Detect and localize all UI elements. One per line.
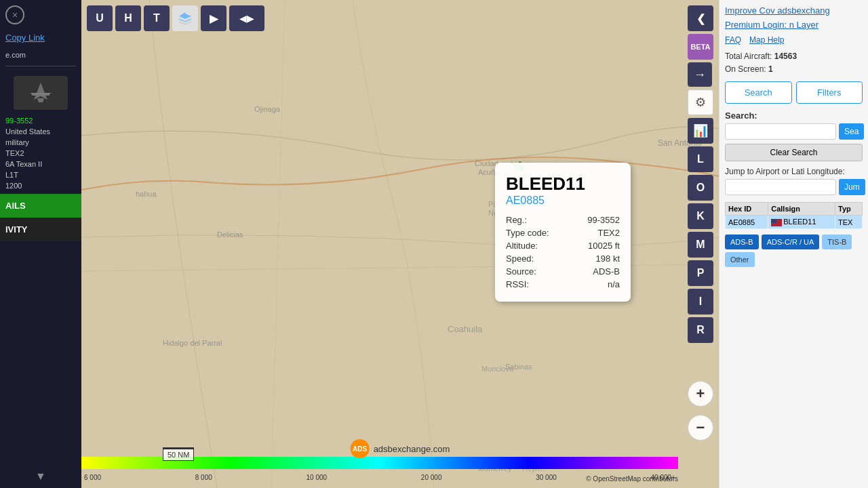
row-type: TEX <box>835 216 863 229</box>
search-button[interactable]: Search <box>725 81 792 104</box>
beta-button[interactable]: BETA <box>688 34 713 60</box>
svg-text:Ojinaga: Ojinaga <box>254 105 281 113</box>
o-button[interactable]: O <box>688 175 713 201</box>
svg-text:hahua: hahua <box>136 190 157 198</box>
aircraft-category: military <box>0 137 81 148</box>
scroll-down-arrow: ▼ <box>0 465 81 488</box>
search-input[interactable] <box>725 123 836 140</box>
divider <box>5 66 76 66</box>
aircraft-thumbnail <box>14 76 68 110</box>
color-label-5: 30 000 <box>536 474 557 481</box>
filters-button[interactable]: Filters <box>796 81 863 104</box>
clear-search-button[interactable]: Clear Search <box>725 144 863 161</box>
on-screen-value: 1 <box>768 64 773 74</box>
color-label-1: 6 000 <box>84 474 101 481</box>
login-button[interactable]: → <box>688 62 712 87</box>
rssi-label: RSSI: <box>506 278 571 291</box>
detail-section: AILS IVITY <box>0 194 81 241</box>
jump-row: Jum <box>725 179 863 195</box>
row-hex: AE0885 <box>726 216 768 229</box>
premium-login-link[interactable]: Premium Login: n Layer <box>725 20 863 30</box>
site-url: e.com <box>0 48 81 62</box>
zoom-out-button[interactable]: − <box>688 415 713 441</box>
t-button[interactable]: T <box>144 5 170 31</box>
alt-label: Altitude: <box>506 239 571 252</box>
top-buttons-bar: U H T ▶ ◀▶ <box>87 5 264 31</box>
aircraft-popup: BLEED11 AE0885 Reg.: 99-3552 Type code: … <box>495 163 631 302</box>
jump-button[interactable]: Jum <box>839 179 865 195</box>
forward-arrow-button[interactable]: ▶ <box>201 5 226 31</box>
h-button[interactable]: H <box>115 5 141 31</box>
help-links: FAQ Map Help <box>725 35 863 45</box>
zoom-in-button[interactable]: + <box>688 381 713 407</box>
aircraft-altitude: 1200 <box>0 180 81 191</box>
map-scale: 50 NM <box>163 447 194 461</box>
reg-label: Reg.: <box>506 214 571 226</box>
close-button[interactable]: × <box>5 5 24 24</box>
aircraft-layer: L1T <box>0 169 81 180</box>
adsb-logo-text: adsbexchange.com <box>374 444 450 454</box>
popup-info-table: Reg.: 99-3552 Type code: TEX2 Altitude: … <box>506 214 620 291</box>
adsc-source-button[interactable]: ADS-C/R / UA <box>762 235 820 249</box>
action-buttons: Search Filters <box>725 81 863 104</box>
color-label-3: 10 000 <box>307 474 328 481</box>
u-button[interactable]: U <box>87 5 113 31</box>
double-arrow-button[interactable]: ◀▶ <box>229 5 264 31</box>
activity-button[interactable]: IVITY <box>0 218 81 241</box>
l-button[interactable]: L <box>688 146 713 172</box>
aircraft-table: Hex ID Callsign Typ AE0885 BLEED11 TEX <box>725 202 863 229</box>
map-area[interactable]: hahua Delicias Hidalgo del Parral Ojinag… <box>81 0 719 488</box>
map-help-link[interactable]: Map Help <box>749 35 784 45</box>
jump-input[interactable] <box>725 179 836 195</box>
improve-coverage-link[interactable]: Improve Cov adsbexchang <box>725 5 863 17</box>
aircraft-name: 6A Texan II <box>0 159 81 169</box>
close-icon: × <box>12 9 18 20</box>
speed-value: 198 kt <box>571 252 620 265</box>
left-sidebar: × Copy Link e.com 99-3552 United States … <box>0 0 81 488</box>
copy-link[interactable]: Copy Link <box>0 27 81 48</box>
col-hex-id[interactable]: Hex ID <box>726 203 768 216</box>
layer-button[interactable] <box>172 5 198 31</box>
right-panel: Improve Cov adsbexchang Premium Login: n… <box>719 0 868 488</box>
col-type[interactable]: Typ <box>835 203 863 216</box>
source-buttons: ADS-B ADS-C/R / UA TIS-B Other <box>725 235 863 267</box>
color-label-2: 8 000 <box>195 474 212 481</box>
row-callsign: BLEED11 <box>768 216 835 229</box>
other-source-button[interactable]: Other <box>725 252 755 267</box>
k-button[interactable]: K <box>688 203 713 229</box>
svg-text:Monclova: Monclova <box>481 365 514 373</box>
map-controls: ❮ BETA → ⚙ 📊 L O K M P I R <box>688 5 713 343</box>
rssi-value: n/a <box>571 278 620 291</box>
p-button[interactable]: P <box>688 260 713 286</box>
i-button[interactable]: I <box>688 289 713 314</box>
svg-text:Hidalgo del Parral: Hidalgo del Parral <box>163 339 222 347</box>
on-screen-label: On Screen: <box>725 64 766 74</box>
stats-section: Total Aircraft: 14563 On Screen: 1 <box>725 50 863 76</box>
aircraft-type-code: TEX2 <box>0 148 81 159</box>
settings-button[interactable]: ⚙ <box>688 89 713 115</box>
tisb-source-button[interactable]: TIS-B <box>822 235 852 249</box>
search-row: Sea <box>725 123 863 140</box>
popup-callsign: BLEED11 <box>506 174 620 195</box>
popup-hex-id: AE0885 <box>506 195 620 207</box>
total-aircraft-label: Total Aircraft: <box>725 52 772 61</box>
type-value: TEX2 <box>571 226 620 239</box>
speed-label: Speed: <box>506 252 571 265</box>
back-left-button[interactable]: ❮ <box>688 5 713 31</box>
reg-value: 99-3552 <box>571 214 620 226</box>
source-label: Source: <box>506 265 571 278</box>
adsb-logo-icon: ADS <box>351 439 370 458</box>
details-button[interactable]: AILS <box>0 194 81 218</box>
search-action-button[interactable]: Sea <box>839 123 864 140</box>
adsb-source-button[interactable]: ADS-B <box>725 235 759 249</box>
stats-button[interactable]: 📊 <box>688 118 713 144</box>
faq-link[interactable]: FAQ <box>725 35 741 45</box>
table-row[interactable]: AE0885 BLEED11 TEX <box>726 216 863 229</box>
aircraft-country: United States <box>0 126 81 137</box>
total-aircraft-value: 14563 <box>774 52 797 61</box>
col-callsign[interactable]: Callsign <box>768 203 835 216</box>
m-button[interactable]: M <box>688 232 713 258</box>
color-bar-labels: 6 000 8 000 10 000 20 000 30 000 40 000+ <box>81 474 678 481</box>
aircraft-reg: 99-3552 <box>0 115 81 126</box>
r-button[interactable]: R <box>688 317 713 343</box>
